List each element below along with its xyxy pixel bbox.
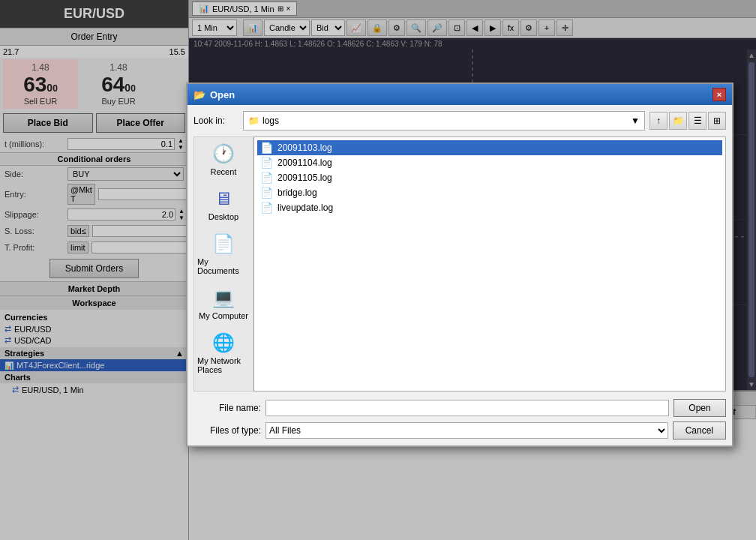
look-in-value: logs xyxy=(262,116,279,126)
files-of-type-select[interactable]: All Files xyxy=(266,422,668,439)
look-in-view-detail-btn[interactable]: ⊞ xyxy=(708,112,726,130)
sidebar-recent[interactable]: 🕐 Recent xyxy=(211,143,237,176)
filename-input[interactable] xyxy=(266,400,669,416)
file-name-0: 20091103.log xyxy=(278,142,332,153)
file-item-1[interactable]: 📄 20091104.log xyxy=(257,155,722,170)
dialog-title-text-label: Open xyxy=(210,89,235,100)
recent-icon: 🕐 xyxy=(212,143,235,164)
cancel-button[interactable]: Cancel xyxy=(673,422,726,440)
dialog-title: 📂 Open xyxy=(194,89,235,100)
file-icon-2: 📄 xyxy=(260,172,273,184)
file-name-4: liveupdate.log xyxy=(278,202,333,213)
sidebar-my-network[interactable]: 🌐 My Network Places xyxy=(197,332,250,374)
open-button[interactable]: Open xyxy=(674,399,726,417)
file-name-3: bridge.log xyxy=(278,188,317,198)
look-in-select[interactable]: 📁 logs ▼ xyxy=(243,111,645,130)
sidebar-my-documents[interactable]: 📄 My Documents xyxy=(197,233,250,275)
look-in-dropdown-icon: ▼ xyxy=(631,116,640,126)
recent-label: Recent xyxy=(211,167,237,176)
look-in-label: Look in: xyxy=(194,116,238,126)
desktop-icon: 🖥 xyxy=(214,188,232,209)
files-of-type-row: Files of type: All Files xyxy=(194,422,668,439)
file-icon-3: 📄 xyxy=(260,187,273,199)
file-icon-0: 📄 xyxy=(260,142,273,154)
dialog-main: 🕐 Recent 🖥 Desktop 📄 My Documents 💻 My C… xyxy=(194,136,726,392)
my-network-label: My Network Places xyxy=(197,356,250,374)
file-icon-4: 📄 xyxy=(260,202,273,214)
dialog-overlay: 📂 Open × Look in: 📁 logs ▼ ↑ 📁 ☰ ⊞ xyxy=(0,0,756,540)
open-dialog: 📂 Open × Look in: 📁 logs ▼ ↑ 📁 ☰ ⊞ xyxy=(186,82,734,447)
file-name-2: 20091105.log xyxy=(278,172,332,183)
file-item-3[interactable]: 📄 bridge.log xyxy=(257,185,722,200)
dialog-bottom: File name: Open Files of type: All Files… xyxy=(194,399,726,440)
dialog-body: Look in: 📁 logs ▼ ↑ 📁 ☰ ⊞ 🕐 Rece xyxy=(188,105,732,446)
sidebar-my-computer[interactable]: 💻 My Computer xyxy=(199,287,248,320)
my-computer-icon: 💻 xyxy=(212,287,235,308)
file-name-1: 20091104.log xyxy=(278,158,332,168)
look-in-view-list-btn[interactable]: ☰ xyxy=(688,112,706,130)
desktop-label: Desktop xyxy=(208,212,238,221)
look-in-row: Look in: 📁 logs ▼ ↑ 📁 ☰ ⊞ xyxy=(194,111,726,130)
my-docs-label: My Documents xyxy=(197,257,250,275)
dialog-title-icon: 📂 xyxy=(194,89,206,100)
file-item-0[interactable]: 📄 20091103.log xyxy=(257,140,722,155)
my-docs-icon: 📄 xyxy=(212,233,235,254)
look-in-new-folder-btn[interactable]: 📁 xyxy=(669,112,687,130)
look-in-up-btn[interactable]: ↑ xyxy=(650,112,668,130)
look-in-folder-icon: 📁 xyxy=(248,116,260,126)
file-icon-1: 📄 xyxy=(260,157,273,169)
filename-label: File name: xyxy=(194,403,261,413)
look-in-toolbar: ↑ 📁 ☰ ⊞ xyxy=(650,112,726,130)
file-item-2[interactable]: 📄 20091105.log xyxy=(257,170,722,185)
sidebar-desktop[interactable]: 🖥 Desktop xyxy=(208,188,238,221)
my-computer-label: My Computer xyxy=(199,311,248,320)
filename-row: File name: xyxy=(194,400,669,416)
file-item-4[interactable]: 📄 liveupdate.log xyxy=(257,200,722,215)
my-network-icon: 🌐 xyxy=(212,332,235,353)
dialog-sidebar: 🕐 Recent 🖥 Desktop 📄 My Documents 💻 My C… xyxy=(194,136,254,392)
dialog-close-button[interactable]: × xyxy=(712,88,726,101)
file-list[interactable]: 📄 20091103.log 📄 20091104.log 📄 20091105… xyxy=(254,136,726,392)
files-of-type-label: Files of type: xyxy=(194,425,261,436)
dialog-title-bar: 📂 Open × xyxy=(188,84,732,105)
